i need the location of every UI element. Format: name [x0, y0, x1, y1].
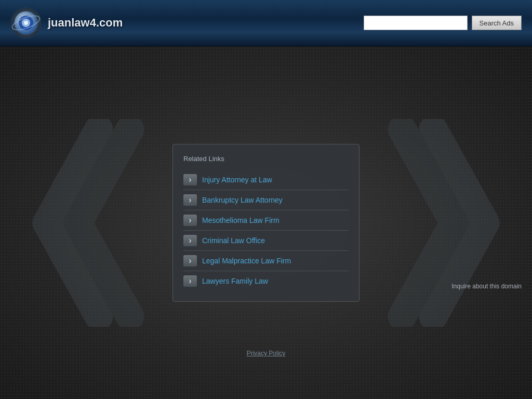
related-links-title: Related Links	[183, 155, 349, 163]
inquire-domain-link[interactable]: Inquire about this domain	[451, 283, 522, 290]
arrow-icon	[183, 194, 197, 206]
logo-area: juanlaw4.com	[10, 7, 123, 38]
logo-icon	[10, 7, 42, 38]
list-item[interactable]: Criminal Law Office	[183, 231, 349, 251]
header: juanlaw4.com Search Ads	[0, 0, 532, 47]
arrow-icon	[183, 275, 197, 287]
privacy-policy-link[interactable]: Privacy Policy	[247, 350, 286, 357]
arrow-icon	[183, 174, 197, 185]
arrow-icon	[183, 255, 197, 267]
list-item[interactable]: Mesothelioma Law Firm	[183, 210, 349, 231]
right-chevrons-icon	[381, 119, 516, 327]
list-item[interactable]: Lawyers Family Law	[183, 271, 349, 291]
site-title: juanlaw4.com	[48, 16, 123, 30]
arrow-icon	[183, 235, 197, 246]
footer: Privacy Policy	[247, 348, 286, 357]
arrow-icon	[183, 215, 197, 226]
link-label: Bankruptcy Law Attorney	[202, 196, 283, 204]
link-label: Criminal Law Office	[202, 236, 265, 245]
link-label: Injury Attorney at Law	[202, 176, 272, 184]
svg-point-4	[24, 21, 28, 25]
left-chevrons-icon	[16, 119, 151, 327]
related-links-card: Related Links Injury Attorney at Law Ban…	[172, 144, 360, 302]
main-content: Related Links Injury Attorney at Law Ban…	[0, 47, 532, 399]
search-ads-button[interactable]: Search Ads	[472, 16, 522, 30]
search-area: Search Ads	[364, 16, 522, 30]
list-item[interactable]: Legal Malpractice Law Firm	[183, 251, 349, 271]
link-label: Lawyers Family Law	[202, 277, 268, 285]
list-item[interactable]: Bankruptcy Law Attorney	[183, 190, 349, 210]
link-label: Legal Malpractice Law Firm	[202, 257, 291, 265]
search-input[interactable]	[364, 16, 468, 30]
list-item[interactable]: Injury Attorney at Law	[183, 170, 349, 190]
link-label: Mesothelioma Law Firm	[202, 216, 280, 224]
